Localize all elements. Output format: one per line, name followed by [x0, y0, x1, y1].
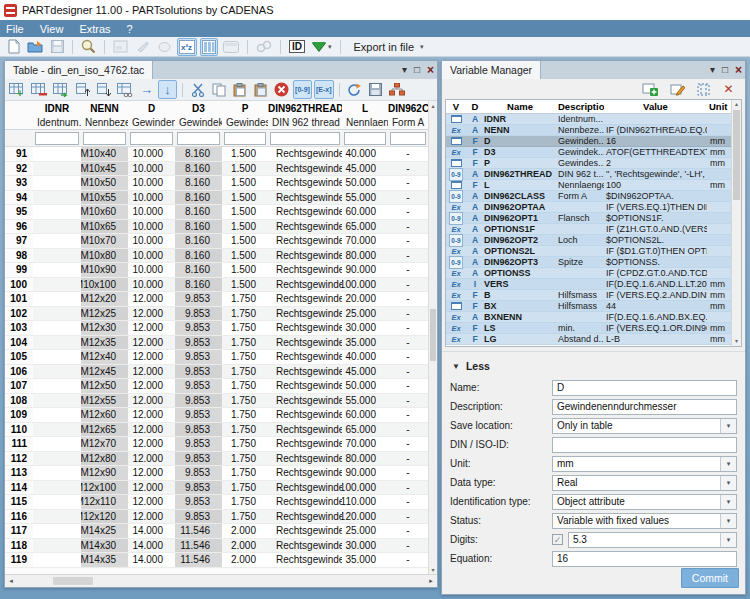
delete-variable-button[interactable]: ✕ [720, 81, 737, 98]
variable-row[interactable]: 0-9ADIN962THREADDIN 962 t...'', 'Rechtsg… [446, 169, 731, 180]
filter-input-l[interactable] [344, 132, 386, 145]
add-row-button[interactable]: + [7, 80, 27, 99]
table-row[interactable]: 101M12x2012.0009.8531.750Rechtsgewinde20… [5, 292, 428, 307]
menu-view[interactable]: View [40, 23, 64, 35]
table-row[interactable]: 98M10x8010.0008.1601.500Rechtsgewinde80.… [5, 249, 428, 264]
new-file-button[interactable] [4, 38, 22, 56]
export-in-file-button[interactable]: Export in file ▾ [347, 39, 431, 55]
column-header-nenn[interactable]: NENN [81, 103, 128, 114]
din-iso-id-field[interactable] [552, 437, 737, 453]
variable-row[interactable]: ExFD3Gewindek...ATOF(GETTHREADTEXT(ID, '… [446, 147, 731, 158]
table-row[interactable]: 116M12x12012.0009.8531.750Rechtsgewinde1… [5, 510, 428, 525]
table-row[interactable]: 103M12x3012.0009.8531.750Rechtsgewinde30… [5, 321, 428, 336]
save-location-select[interactable]: Only in table [552, 418, 737, 434]
table-row[interactable]: 112M12x8012.0009.8531.750Rechtsgewinde80… [5, 452, 428, 467]
variable-row[interactable]: FBXHilfsmass44mm [446, 301, 731, 312]
id-button[interactable]: ID [287, 38, 307, 56]
show-values-toggle[interactable]: [0-9] [293, 80, 312, 99]
less-toggle[interactable]: ▼ Less [452, 360, 737, 372]
dialog-button[interactable] [221, 38, 241, 56]
vm-panel-tab[interactable]: Variable Manager [442, 61, 541, 79]
column-header-idnr[interactable]: IDNR [33, 103, 81, 114]
cone-3d-button[interactable] [133, 38, 152, 56]
variable-row[interactable]: ExANENNNennbeze...IF (DIN962THREAD.EQ.0)… [446, 125, 731, 136]
variable-row[interactable]: ExFLSmin.IF (VERS.EQ.1.OR.DIN962CLAS...m… [446, 323, 731, 334]
variable-row[interactable]: FLNennlaenge100mm [446, 180, 731, 191]
digits-select[interactable]: 5.3 [568, 532, 737, 548]
panel-menu-button[interactable]: ▾ [402, 65, 407, 75]
equation-field[interactable]: 16 [552, 551, 737, 567]
refresh-button[interactable] [345, 80, 364, 99]
scroll-right-icon[interactable]: ▸ [425, 575, 437, 587]
paste-button[interactable] [230, 80, 249, 99]
menu-file[interactable]: File [6, 23, 24, 35]
panel-maximize-button[interactable]: □ [722, 65, 728, 75]
panel-menu-button[interactable]: ▾ [710, 65, 715, 75]
hierarchy-button[interactable] [387, 80, 407, 99]
variable-row[interactable]: FDGewinden...16mm [446, 136, 731, 147]
column-header-p[interactable]: P [222, 103, 268, 114]
filter-input-idnr[interactable] [35, 132, 79, 145]
table-row[interactable]: 105M12x4012.0009.8531.750Rechtsgewinde40… [5, 350, 428, 365]
variable-row[interactable]: 0-9ADIN962CLASSForm A$DIN962OPTAA. [446, 191, 731, 202]
table-row[interactable]: 118M14x3014.00011.5462.000Rechtsgewinde3… [5, 539, 428, 554]
column-header-d3[interactable]: D3 [175, 103, 222, 114]
table-vertical-scrollbar[interactable]: ▴ ▾ [428, 101, 437, 574]
variable-row[interactable]: ExFLGAbstand d...L-Bmm [446, 334, 731, 345]
sketch-button[interactable] [155, 38, 174, 56]
delete-row-button[interactable] [29, 80, 49, 99]
table-row[interactable]: 100M10x10010.0008.1601.500Rechtsgewinde1… [5, 278, 428, 293]
variable-row[interactable]: 0-9ADIN962OPT1Flansch$OPTIONS1F. [446, 213, 731, 224]
cut-button[interactable] [188, 80, 207, 99]
duplicate-variable-button[interactable] [695, 81, 712, 98]
table-row[interactable]: 113M12x9012.0009.8531.750Rechtsgewinde90… [5, 466, 428, 481]
panel-close-button[interactable]: × [427, 65, 434, 75]
insert-row-button[interactable] [51, 80, 71, 99]
scrollbar-thumb[interactable] [53, 577, 93, 585]
filter-input-d[interactable] [130, 132, 173, 145]
variable-row[interactable]: ExAOPTIONS1FIF (Z1H.GT.0.AND.(VERS.EQ.1.… [446, 224, 731, 235]
table-row[interactable]: 114M12x10012.0009.8531.750Rechtsgewinde1… [5, 481, 428, 496]
generate-button[interactable]: ▾ [310, 38, 334, 56]
filter-input-d3[interactable] [177, 132, 220, 145]
table-row[interactable]: 99M10x9010.0008.1601.500Rechtsgewinde90.… [5, 263, 428, 278]
assembly-button[interactable] [254, 38, 274, 56]
table-row[interactable]: 102M12x2512.0009.8531.750Rechtsgewinde25… [5, 307, 428, 322]
view-3d-button[interactable] [111, 38, 130, 56]
copy-button[interactable] [209, 80, 228, 99]
menu-help[interactable]: ? [127, 23, 133, 35]
table-row[interactable]: 109M12x6012.0009.8531.750Rechtsgewinde60… [5, 408, 428, 423]
variable-row[interactable]: ExADIN962OPTAAIF (VERS.EQ.1)THEN DIN962O… [446, 202, 731, 213]
filter-input-din962clas[interactable] [390, 132, 426, 145]
add-variable-button[interactable] [640, 81, 660, 98]
commit-button[interactable]: Commit [681, 568, 739, 588]
filter-input-p[interactable] [224, 132, 266, 145]
scroll-down-icon[interactable]: ▾ [429, 565, 437, 574]
scroll-up-icon[interactable]: ▴ [429, 101, 437, 110]
column-header-din962thread[interactable]: DIN962THREAD✎ [268, 103, 342, 114]
table-row[interactable]: 115M12x11012.0009.8531.750Rechtsgewinde1… [5, 495, 428, 510]
table-row[interactable]: 107M12x5012.0009.8531.750Rechtsgewinde50… [5, 379, 428, 394]
filter-input-nenn[interactable] [83, 132, 126, 145]
variable-row[interactable]: 0-9ADIN962OPT2Loch$OPTIONS2L. [446, 235, 731, 246]
table-row[interactable]: 92M10x4510.0008.1601.500Rechtsgewinde45.… [5, 162, 428, 177]
scrollbar-thumb[interactable] [430, 309, 436, 361]
menu-extras[interactable]: Extras [79, 23, 110, 35]
table-row[interactable]: 91M10x4010.0008.1601.500Rechtsgewinde40.… [5, 147, 428, 162]
variable-row[interactable]: FPGewindes...2mm [446, 158, 731, 169]
move-row-down-button[interactable] [94, 80, 113, 99]
save-table-button[interactable] [366, 80, 385, 99]
variables-button[interactable]: x²z [177, 38, 197, 56]
move-row-up-button[interactable] [73, 80, 92, 99]
data-type-select[interactable]: Real [552, 475, 737, 491]
column-header-din962clas[interactable]: DIN962CLAS [388, 103, 428, 114]
open-file-button[interactable] [25, 38, 45, 56]
goto-column-button[interactable]: → [137, 80, 156, 99]
variable-row[interactable]: ExAOPTIONSSIF (CPDZ.GT.0.AND.TCDT.GT.0.A… [446, 268, 731, 279]
table-panel-tab[interactable]: Table - din_en_iso_4762.tac [5, 61, 153, 79]
digits-checkbox[interactable]: ✓ [552, 534, 563, 545]
table-row[interactable]: 106M12x4512.0009.8531.750Rechtsgewinde45… [5, 365, 428, 380]
table-row[interactable]: 104M12x3512.0009.8531.750Rechtsgewinde35… [5, 336, 428, 351]
table-row[interactable]: 119M14x3514.00011.5462.000Rechtsgewinde3… [5, 553, 428, 568]
filter-input-din962thread[interactable] [270, 132, 340, 145]
